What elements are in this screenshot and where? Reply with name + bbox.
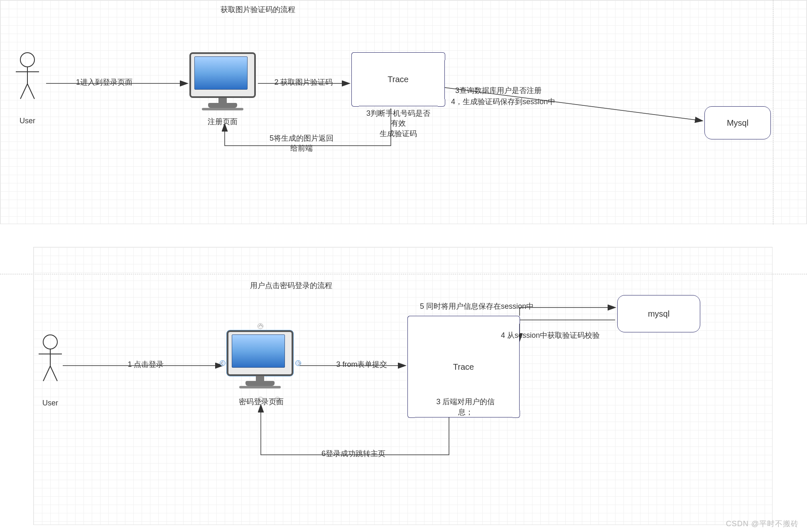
- edge3b-line3: 生成验证码: [348, 129, 448, 139]
- login-page-label: 密码登录页面: [228, 397, 294, 407]
- user-actor-icon: [15, 52, 40, 102]
- edge5-label: 5将生成的图片返回 给前端: [248, 133, 356, 154]
- diagram-panel-2: 用户点击密码登录的流程 User 1 点击登录 密码登录页面 3 from表单提…: [33, 247, 773, 525]
- edge3-line2: 4，生成验证码保存到session中: [451, 97, 601, 107]
- edge6-label: 6登录成功跳转主页: [299, 449, 407, 459]
- user-label-2: User: [36, 399, 65, 408]
- edge3-line1: 3查询数据库用户是否注册: [455, 85, 580, 95]
- edge3-backend-line2: 息；: [416, 407, 515, 417]
- edge3b-label: 3判断手机号码是否 有效 生成验证码: [348, 108, 448, 139]
- edge5-line1: 5将生成的图片返回: [248, 133, 356, 143]
- watermark: CSDN @平时不搬砖: [726, 519, 799, 529]
- diagram2-title: 用户点击密码登录的流程: [225, 281, 358, 290]
- edge3-backend-label: 3 后端对用户的信 息；: [416, 397, 515, 417]
- edge3b-line1: 3判断手机号码是否: [348, 108, 448, 118]
- selection-handle-top[interactable]: [258, 323, 263, 329]
- diagram-panel-1: 获取图片验证码的流程 User 1进入到登录页面 注册页面 2 获取图片验证码 …: [0, 0, 807, 224]
- selection-handle-left[interactable]: [220, 360, 226, 366]
- register-page-label: 注册页面: [196, 117, 250, 127]
- edge3b-line2: 有效: [348, 118, 448, 128]
- mysql-label-2: mysql: [648, 309, 670, 319]
- edge1-label-2: 1 点击登录: [113, 359, 179, 369]
- trace-node: Trace: [351, 52, 445, 106]
- edge3-submit-label: 3 from表单提交: [318, 359, 405, 369]
- user-actor-icon-2: [38, 334, 63, 384]
- mysql-node: Mysql: [704, 106, 771, 139]
- register-page-monitor-icon: [189, 52, 256, 115]
- login-page-monitor-icon[interactable]: [227, 330, 293, 393]
- edge5-line2: 给前端: [248, 143, 356, 153]
- user-label: User: [13, 117, 42, 125]
- mysql-label: Mysql: [727, 118, 748, 128]
- selection-handle-right[interactable]: [295, 360, 301, 366]
- diagram1-title: 获取图片验证码的流程: [191, 5, 324, 15]
- trace-label-2: Trace: [408, 362, 519, 371]
- edge1-label: 1进入到登录页面: [63, 77, 146, 87]
- mysql-node-2: mysql: [617, 295, 700, 332]
- trace-label: Trace: [352, 75, 444, 84]
- edge5-label-2: 5 同时将用户信息保存在session中: [420, 301, 615, 311]
- edge2-label: 2 获取图片验证码: [260, 77, 347, 87]
- edge3-backend-line1: 3 后端对用户的信: [416, 397, 515, 407]
